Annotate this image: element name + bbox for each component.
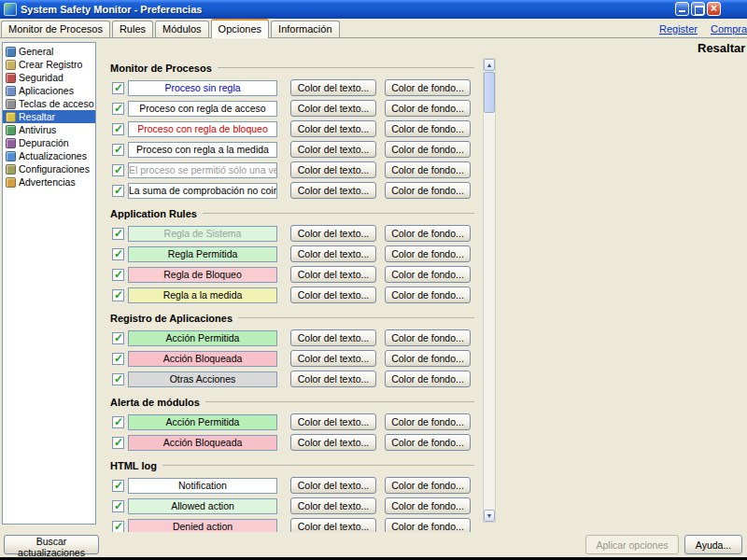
bg-color-button[interactable]: Color de fondo... [385,182,471,199]
bg-color-button[interactable]: Color de fondo... [385,266,471,283]
row-checkbox[interactable] [112,437,124,449]
highlight-row: Acción BloqueadaColor del texto...Color … [105,432,476,453]
scroll-thumb[interactable] [484,72,495,113]
text-color-button[interactable]: Color del texto... [290,141,376,158]
color-sample: Acción Bloqueada [128,435,277,451]
tab-módulos[interactable]: Módulos [155,21,209,37]
row-checkbox[interactable] [112,416,124,428]
sidebar-item-general[interactable]: General [3,45,95,58]
sidebar-item-aplicaciones[interactable]: Aplicaciones [3,84,95,97]
bg-color-button[interactable]: Color de fondo... [385,225,471,242]
sidebar-item-seguridad[interactable]: Seguridad [3,71,95,84]
help-button[interactable]: Ayuda... [684,535,742,554]
row-checkbox[interactable] [112,82,124,94]
bg-color-button[interactable]: Color de fondo... [385,350,471,367]
row-checkbox[interactable] [112,500,124,512]
comprar-ahora-link[interactable]: Comprar ahora [711,23,747,35]
bg-color-button[interactable]: Color de fondo... [385,371,471,387]
text-color-button[interactable]: Color del texto... [290,182,376,199]
highlight-row: Proceso con regla a la medidaColor del t… [105,139,476,160]
row-checkbox[interactable] [112,144,124,156]
minimize-button[interactable] [675,2,689,16]
color-sample: Notification [128,478,277,494]
title-bar: System Safety Monitor - Preferencias [0,0,747,19]
text-color-button[interactable]: Color del texto... [290,477,376,494]
row-checkbox[interactable] [112,269,124,281]
row-checkbox[interactable] [112,185,124,197]
color-sample: La suma de comprobación no coincide [128,183,277,199]
sidebar-item-label: Teclas de acceso r... [19,98,95,109]
text-color-button[interactable]: Color del texto... [290,413,376,430]
sidebar-item-resaltar[interactable]: Resaltar [3,110,95,123]
bg-color-button[interactable]: Color de fondo... [385,141,471,158]
scroll-up-button[interactable]: ▲ [484,59,495,71]
text-color-button[interactable]: Color del texto... [290,350,376,367]
bg-color-button[interactable]: Color de fondo... [385,477,471,494]
check-updates-button[interactable]: Buscar actualizaciones [4,535,99,554]
maximize-button[interactable] [691,2,705,16]
bg-color-button[interactable]: Color de fondo... [385,413,471,430]
tab-monitor-de-procesos[interactable]: Monitor de Procesos [1,21,110,37]
highlight-row: Acción PermitidaColor del texto...Color … [105,412,476,432]
sidebar-item-actualizaciones[interactable]: Actualizaciones [3,149,95,162]
color-sample: Proceso con regla de acceso [128,101,277,117]
close-button[interactable] [707,2,721,16]
sidebar-item-crear-registro[interactable]: Crear Registro [3,58,95,71]
text-color-button[interactable]: Color del texto... [290,287,376,303]
bg-color-button[interactable]: Color de fondo... [385,120,471,137]
row-checkbox[interactable] [112,353,124,365]
tab-opciones[interactable]: Opciones [211,19,269,38]
text-color-button[interactable]: Color del texto... [290,497,376,514]
row-checkbox[interactable] [112,289,124,301]
text-color-button[interactable]: Color del texto... [290,266,376,283]
options-panel: Monitor de ProcesosProceso sin reglaColo… [105,58,476,532]
scrollbar[interactable]: ▲ ▼ [483,58,496,523]
sidebar-item-teclas-de-acceso-r[interactable]: Teclas de acceso r... [3,97,95,110]
sidebar-item-advertencias[interactable]: Advertencias [3,175,95,189]
row-checkbox[interactable] [112,373,124,385]
app-icon[interactable] [4,3,17,16]
bg-color-button[interactable]: Color de fondo... [385,100,471,117]
sidebar-item-antivirus[interactable]: Antivirus [3,123,95,136]
highlight-row: Proceso sin reglaColor del texto...Color… [105,77,476,98]
text-color-button[interactable]: Color del texto... [290,120,376,137]
row-checkbox[interactable] [112,521,124,533]
text-color-button[interactable]: Color del texto... [290,161,376,178]
bg-color-button[interactable]: Color de fondo... [385,245,471,262]
row-checkbox[interactable] [112,228,124,240]
sidebar-item-label: General [19,46,53,57]
sidebar-item-label: Seguridad [19,72,63,83]
text-color-button[interactable]: Color del texto... [290,79,376,96]
highlight-row: Allowed actionColor del texto...Color de… [105,496,476,516]
text-color-button[interactable]: Color del texto... [290,100,376,117]
tab-información[interactable]: Información [271,21,339,37]
bg-color-button[interactable]: Color de fondo... [385,161,471,178]
text-color-button[interactable]: Color del texto... [290,434,376,451]
tab-rules[interactable]: Rules [112,21,153,37]
register-link[interactable]: Register [659,23,698,35]
section-header: Registro de Aplicaciones [105,308,476,328]
bg-color-button[interactable]: Color de fondo... [385,434,471,451]
row-checkbox[interactable] [112,103,124,115]
scroll-down-button[interactable]: ▼ [484,510,495,522]
color-sample: Regla Permitida [128,246,277,262]
sidebar-item-depuración[interactable]: Depuración [3,136,95,149]
section-title: Monitor de Procesos [110,63,212,74]
text-color-button[interactable]: Color del texto... [290,329,376,346]
row-checkbox[interactable] [112,332,124,344]
row-checkbox[interactable] [112,480,124,492]
bg-color-button[interactable]: Color de fondo... [385,79,471,96]
text-color-button[interactable]: Color del texto... [290,245,376,262]
text-color-button[interactable]: Color del texto... [290,371,376,387]
bg-color-button[interactable]: Color de fondo... [385,497,471,514]
bg-color-button[interactable]: Color de fondo... [385,287,471,303]
text-color-button[interactable]: Color del texto... [290,225,376,242]
bg-color-button[interactable]: Color de fondo... [385,518,471,532]
sidebar-item-configuraciones[interactable]: Configuraciones [3,162,95,175]
text-color-button[interactable]: Color del texto... [290,518,376,532]
row-checkbox[interactable] [112,164,124,176]
highlight-row: NotificationColor del texto...Color de f… [105,475,476,496]
row-checkbox[interactable] [112,123,124,135]
bg-color-button[interactable]: Color de fondo... [385,329,471,346]
row-checkbox[interactable] [112,248,124,260]
